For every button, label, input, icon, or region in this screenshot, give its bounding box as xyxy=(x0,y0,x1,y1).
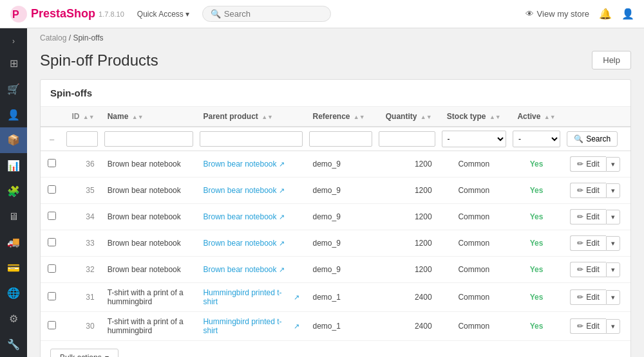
sidebar-item-settings[interactable]: ⚙ xyxy=(0,306,27,332)
edit-dropdown-button[interactable]: ▾ xyxy=(606,157,620,172)
row-parent-product-link[interactable]: Brown bear notebook ↗ xyxy=(203,265,299,274)
edit-dropdown-button[interactable]: ▾ xyxy=(606,183,620,198)
breadcrumb: Catalog / Spin-offs xyxy=(27,28,644,48)
col-header-id[interactable]: ID ▲▼ xyxy=(63,107,101,127)
user-avatar-icon[interactable]: 👤 xyxy=(621,8,634,20)
sidebar-item-payment[interactable]: 💳 xyxy=(0,255,27,280)
row-parent-product-link[interactable]: Brown bear notebook ↗ xyxy=(203,212,299,221)
help-button[interactable]: Help xyxy=(592,51,631,69)
dashboard-icon: ⊞ xyxy=(10,57,18,69)
payment-icon: 💳 xyxy=(7,262,20,274)
row-parent-product-link[interactable]: Brown bear notebook ↗ xyxy=(203,186,299,195)
row-parent-product-link[interactable]: Brown bear notebook ↗ xyxy=(203,239,299,248)
reference-sort-icon[interactable]: ▲▼ xyxy=(354,114,365,120)
name-sort-icon[interactable]: ▲▼ xyxy=(132,114,144,120)
notifications-icon[interactable]: 🔔 xyxy=(599,8,612,20)
bulk-actions-button[interactable]: Bulk actions ▾ xyxy=(50,349,118,357)
row-parent-product-link[interactable]: Brown bear notebook ↗ xyxy=(203,160,299,169)
row-id: 32 xyxy=(63,257,101,283)
edit-btn-group: ✏ Edit ▾ xyxy=(570,289,624,305)
filter-search-button[interactable]: 🔍 Search xyxy=(567,131,618,147)
filter-quantity-input[interactable] xyxy=(379,131,435,147)
row-checkbox[interactable] xyxy=(48,321,56,329)
filter-parent-input[interactable] xyxy=(200,131,303,147)
main-layout: › ⊞ 🛒 👤 📦 📊 🧩 🖥 🚚 💳 🌐 xyxy=(0,28,644,357)
bulk-actions-arrow-icon: ▾ xyxy=(105,353,109,357)
active-sort-icon[interactable]: ▲▼ xyxy=(544,114,556,120)
sidebar-item-advanced[interactable]: 🔧 xyxy=(0,331,27,357)
global-search-box[interactable]: 🔍 xyxy=(202,6,331,22)
edit-btn-group: ✏ Edit ▾ xyxy=(570,156,624,172)
shipping-icon: 🚚 xyxy=(7,236,20,248)
breadcrumb-catalog[interactable]: Catalog xyxy=(40,33,66,42)
col-header-reference[interactable]: Reference ▲▼ xyxy=(306,107,375,127)
row-parent-product-link[interactable]: Hummingbird printed t-shirt ↗ xyxy=(203,317,299,335)
edit-dropdown-button[interactable]: ▾ xyxy=(606,290,620,305)
filter-id-input[interactable] xyxy=(66,131,98,147)
parent-sort-icon[interactable]: ▲▼ xyxy=(261,114,273,120)
table-row: 30 T-shirt with a print of a hummingbird… xyxy=(41,312,630,341)
sidebar-item-orders[interactable]: 🛒 xyxy=(0,77,27,102)
quick-access-menu[interactable]: Quick Access ▾ xyxy=(137,10,189,19)
edit-button[interactable]: ✏ Edit xyxy=(570,235,606,251)
filter-active-cell: - Yes No xyxy=(509,127,564,151)
row-name: Brown bear notebook xyxy=(101,178,197,204)
edit-button[interactable]: ✏ Edit xyxy=(570,318,606,334)
edit-dropdown-button[interactable]: ▾ xyxy=(606,210,620,224)
filter-reference-input[interactable] xyxy=(309,131,372,147)
edit-button[interactable]: ✏ Edit xyxy=(570,156,606,172)
filter-stock-select[interactable]: - Common Specific xyxy=(442,131,506,147)
row-checkbox[interactable] xyxy=(48,185,56,194)
edit-btn-group: ✏ Edit ▾ xyxy=(570,209,624,224)
col-header-active[interactable]: Active ▲▼ xyxy=(509,107,564,127)
sidebar-item-shipping[interactable]: 🚚 xyxy=(0,230,27,255)
row-reference: demo_9 xyxy=(306,178,375,204)
row-reference: demo_1 xyxy=(306,312,375,341)
sidebar-item-modules[interactable]: 🧩 xyxy=(0,178,27,204)
row-id: 33 xyxy=(63,230,101,257)
row-checkbox[interactable] xyxy=(48,159,56,167)
row-parent-product-link[interactable]: Hummingbird printed t-shirt ↗ xyxy=(203,288,299,306)
edit-dropdown-button[interactable]: ▾ xyxy=(606,262,620,277)
col-header-actions xyxy=(564,107,630,127)
filter-name-input[interactable] xyxy=(104,131,194,147)
sidebar-item-international[interactable]: 🌐 xyxy=(0,280,27,306)
row-checkbox[interactable] xyxy=(48,212,56,220)
stock-type-sort-icon[interactable]: ▲▼ xyxy=(489,114,501,120)
edit-button[interactable]: ✏ Edit xyxy=(570,289,606,305)
col-header-stock-type[interactable]: Stock type ▲▼ xyxy=(439,107,509,127)
row-name: Brown bear notebook xyxy=(101,204,197,230)
table-row: 35 Brown bear notebook Brown bear notebo… xyxy=(41,178,630,204)
row-checkbox-cell xyxy=(41,178,63,204)
active-status-badge: Yes xyxy=(530,212,544,221)
edit-button[interactable]: ✏ Edit xyxy=(570,209,606,224)
row-checkbox[interactable] xyxy=(48,292,56,300)
table-card: Spin-offs ID ▲▼ Name ▲▼ P xyxy=(40,79,631,357)
edit-dropdown-button[interactable]: ▾ xyxy=(606,319,620,334)
search-input[interactable] xyxy=(224,9,323,19)
edit-btn-group: ✏ Edit ▾ xyxy=(570,235,624,251)
edit-button[interactable]: ✏ Edit xyxy=(570,183,606,198)
row-checkbox[interactable] xyxy=(48,264,56,273)
sidebar-item-stats[interactable]: 📊 xyxy=(0,153,27,179)
filter-active-select[interactable]: - Yes No xyxy=(513,131,560,147)
row-stock-type: Common xyxy=(439,204,509,230)
view-store-link[interactable]: 👁 View my store xyxy=(526,9,589,19)
row-name: Brown bear notebook xyxy=(101,257,197,283)
edit-dropdown-button[interactable]: ▾ xyxy=(606,236,620,251)
col-header-parent[interactable]: Parent product ▲▼ xyxy=(196,107,306,127)
prestashop-logo: P xyxy=(10,5,28,23)
sidebar-item-customers[interactable]: 👤 xyxy=(0,102,27,127)
sidebar-item-dashboard[interactable]: ⊞ xyxy=(0,51,27,77)
filter-reset-label[interactable]: – xyxy=(50,134,54,144)
col-header-quantity[interactable]: Quantity ▲▼ xyxy=(375,107,439,127)
pencil-icon: ✏ xyxy=(577,265,583,274)
sidebar-item-catalog[interactable]: 📦 xyxy=(0,127,27,153)
edit-button[interactable]: ✏ Edit xyxy=(570,262,606,277)
sidebar-item-design[interactable]: 🖥 xyxy=(0,204,27,230)
id-sort-icon[interactable]: ▲▼ xyxy=(83,114,95,120)
quantity-sort-icon[interactable]: ▲▼ xyxy=(421,114,432,120)
sidebar-toggle[interactable]: › xyxy=(12,32,15,51)
col-header-name[interactable]: Name ▲▼ xyxy=(101,107,197,127)
row-checkbox[interactable] xyxy=(48,238,56,246)
